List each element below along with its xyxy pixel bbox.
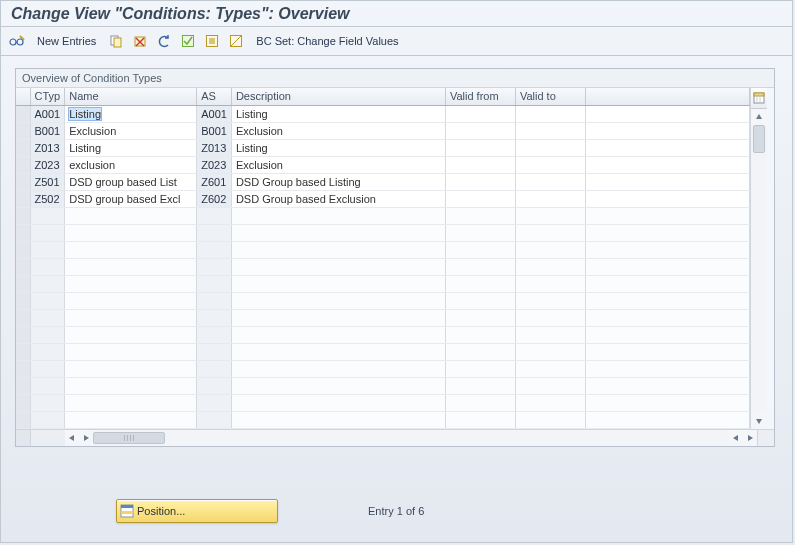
cell-desc[interactable]: Exclusion	[231, 156, 445, 173]
cell-as[interactable]: Z601	[197, 173, 232, 190]
cell-as[interactable]: Z013	[197, 139, 232, 156]
cell-ctyp[interactable]: A001	[30, 105, 65, 122]
cell-empty	[16, 207, 30, 224]
cell-valid-from[interactable]	[445, 173, 515, 190]
cell-empty	[231, 258, 445, 275]
scroll-up-button[interactable]	[751, 109, 767, 125]
cell-as[interactable]: A001	[197, 105, 232, 122]
table-row[interactable]: A001ListingA001Listing	[16, 105, 749, 122]
panel-title: Overview of Condition Types	[16, 69, 774, 88]
scroll-left-button[interactable]	[65, 430, 79, 446]
cell-name[interactable]: exclusion	[65, 156, 197, 173]
col-valid-to-header[interactable]: Valid to	[515, 88, 585, 105]
table-row[interactable]: Z502DSD group based ExclZ602DSD Group ba…	[16, 190, 749, 207]
table-row[interactable]: B001ExclusionB001Exclusion	[16, 122, 749, 139]
table-row[interactable]: Z013ListingZ013Listing	[16, 139, 749, 156]
row-selector[interactable]	[16, 173, 30, 190]
table-row-empty[interactable]	[16, 258, 749, 275]
delete-button[interactable]	[130, 32, 150, 50]
scroll-right-button[interactable]	[79, 430, 93, 446]
cell-desc[interactable]: DSD Group based Listing	[231, 173, 445, 190]
table-row-empty[interactable]	[16, 326, 749, 343]
cell-desc[interactable]: Listing	[231, 105, 445, 122]
cell-valid-to[interactable]	[515, 122, 585, 139]
cell-valid-to[interactable]	[515, 139, 585, 156]
cell-desc[interactable]: DSD Group based Exclusion	[231, 190, 445, 207]
table-row-empty[interactable]	[16, 394, 749, 411]
cell-desc[interactable]: Exclusion	[231, 122, 445, 139]
cell-valid-to[interactable]	[515, 105, 585, 122]
table-row[interactable]: Z501DSD group based ListZ601DSD Group ba…	[16, 173, 749, 190]
cell-valid-from[interactable]	[445, 190, 515, 207]
scroll-left-end-button[interactable]	[729, 430, 743, 446]
cell-valid-to[interactable]	[515, 173, 585, 190]
row-selector-header[interactable]	[16, 88, 30, 105]
col-desc-header[interactable]: Description	[231, 88, 445, 105]
horizontal-scrollbar[interactable]	[16, 429, 774, 446]
copy-as-button[interactable]	[106, 32, 126, 50]
cell-valid-from[interactable]	[445, 105, 515, 122]
col-valid-from-header[interactable]: Valid from	[445, 88, 515, 105]
cell-name[interactable]: Listing	[65, 105, 197, 122]
scroll-down-button[interactable]	[751, 413, 767, 429]
table-row-empty[interactable]	[16, 224, 749, 241]
row-selector[interactable]	[16, 139, 30, 156]
cell-valid-from[interactable]	[445, 122, 515, 139]
table-row-empty[interactable]	[16, 241, 749, 258]
cell-empty	[65, 241, 197, 258]
cell-as[interactable]: B001	[197, 122, 232, 139]
condition-types-table[interactable]: CTyp Name AS Description Valid from Vali…	[16, 88, 750, 429]
table-row-empty[interactable]	[16, 377, 749, 394]
row-selector[interactable]	[16, 156, 30, 173]
cell-name[interactable]: DSD group based List	[65, 173, 197, 190]
table-row-empty[interactable]	[16, 309, 749, 326]
table-row-empty[interactable]	[16, 411, 749, 428]
table-row-empty[interactable]	[16, 207, 749, 224]
table-settings-button[interactable]	[751, 88, 767, 109]
table-row[interactable]: Z023exclusionZ023Exclusion	[16, 156, 749, 173]
vertical-scroll-track[interactable]	[751, 125, 767, 413]
deselect-all-button[interactable]	[226, 32, 246, 50]
cell-ctyp[interactable]: Z502	[30, 190, 65, 207]
horizontal-scroll-track[interactable]	[93, 430, 729, 446]
cell-as[interactable]: Z602	[197, 190, 232, 207]
vertical-scroll-thumb[interactable]	[753, 125, 765, 153]
col-ctyp-header[interactable]: CTyp	[30, 88, 65, 105]
cell-ctyp[interactable]: B001	[30, 122, 65, 139]
select-block-button[interactable]	[202, 32, 222, 50]
vertical-scrollbar[interactable]	[750, 88, 767, 429]
col-name-header[interactable]: Name	[65, 88, 197, 105]
cell-valid-from[interactable]	[445, 156, 515, 173]
table-row-empty[interactable]	[16, 343, 749, 360]
cell-valid-from[interactable]	[445, 139, 515, 156]
cell-empty	[231, 394, 445, 411]
new-entries-button[interactable]: New Entries	[31, 32, 102, 50]
bc-set-button[interactable]: BC Set: Change Field Values	[250, 32, 404, 50]
scroll-right-end-button[interactable]	[743, 430, 757, 446]
cell-empty	[585, 224, 749, 241]
row-selector[interactable]	[16, 105, 30, 122]
cell-ctyp[interactable]: Z501	[30, 173, 65, 190]
cell-desc[interactable]: Listing	[231, 139, 445, 156]
cell-valid-to[interactable]	[515, 156, 585, 173]
position-button[interactable]: Position...	[116, 499, 278, 523]
cell-as[interactable]: Z023	[197, 156, 232, 173]
cell-empty	[16, 343, 30, 360]
horizontal-scroll-thumb[interactable]	[93, 432, 165, 444]
select-all-button[interactable]	[178, 32, 198, 50]
toggle-display-change-button[interactable]	[7, 32, 27, 50]
cell-valid-to[interactable]	[515, 190, 585, 207]
table-row-empty[interactable]	[16, 360, 749, 377]
cell-ctyp[interactable]: Z023	[30, 156, 65, 173]
row-selector[interactable]	[16, 190, 30, 207]
cell-empty	[65, 224, 197, 241]
table-row-empty[interactable]	[16, 292, 749, 309]
cell-ctyp[interactable]: Z013	[30, 139, 65, 156]
table-row-empty[interactable]	[16, 275, 749, 292]
cell-name[interactable]: Exclusion	[65, 122, 197, 139]
cell-name[interactable]: DSD group based Excl	[65, 190, 197, 207]
col-as-header[interactable]: AS	[197, 88, 232, 105]
undo-button[interactable]	[154, 32, 174, 50]
row-selector[interactable]	[16, 122, 30, 139]
cell-name[interactable]: Listing	[65, 139, 197, 156]
